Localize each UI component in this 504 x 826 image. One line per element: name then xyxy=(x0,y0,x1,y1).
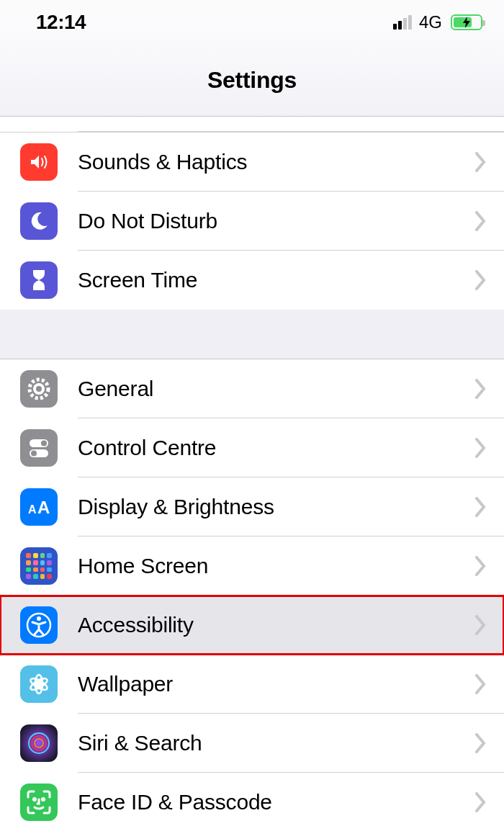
network-type: 4G xyxy=(419,12,442,32)
svg-text:A: A xyxy=(37,498,50,517)
partial-row xyxy=(0,117,504,133)
chevron-right-icon xyxy=(475,211,487,231)
status-time: 12:14 xyxy=(36,11,86,34)
svg-point-3 xyxy=(41,441,47,446)
status-indicators: 4G xyxy=(393,12,482,32)
face-icon xyxy=(20,784,58,821)
svg-point-16 xyxy=(35,739,43,748)
status-bar: 12:14 4G xyxy=(0,0,504,45)
settings-item-general[interactable]: General xyxy=(0,359,504,418)
settings-item-siri[interactable]: Siri & Search xyxy=(0,714,504,773)
settings-item-home-screen[interactable]: Home Screen xyxy=(0,537,504,596)
settings-item-display[interactable]: A A Display & Brightness xyxy=(0,477,504,537)
settings-item-wallpaper[interactable]: Wallpaper xyxy=(0,655,504,714)
settings-item-accessibility[interactable]: Accessibility xyxy=(0,596,504,655)
row-label: Screen Time xyxy=(78,268,475,292)
row-label: Accessibility xyxy=(78,613,475,637)
svg-point-17 xyxy=(34,799,36,801)
chevron-right-icon xyxy=(475,792,487,812)
row-label: Face ID & Passcode xyxy=(78,790,475,814)
chevron-right-icon xyxy=(475,497,487,517)
row-label: Siri & Search xyxy=(78,731,475,755)
siri-icon xyxy=(20,724,58,762)
moon-icon xyxy=(20,202,58,240)
navigation-header: Settings xyxy=(0,45,504,117)
row-label: Control Centre xyxy=(78,436,475,460)
row-label: Sounds & Haptics xyxy=(78,150,475,174)
page-title: Settings xyxy=(207,67,297,94)
settings-item-dnd[interactable]: Do Not Disturb xyxy=(0,192,504,251)
gear-icon xyxy=(20,370,58,408)
row-label: Home Screen xyxy=(78,554,475,578)
settings-item-screentime[interactable]: Screen Time xyxy=(0,251,504,310)
chevron-right-icon xyxy=(475,615,487,635)
toggle-icon xyxy=(20,429,58,467)
chevron-right-icon xyxy=(475,438,487,458)
settings-section-2: General Control Centre A A Display & Bri xyxy=(0,359,504,826)
svg-text:A: A xyxy=(28,503,37,516)
svg-point-13 xyxy=(37,682,41,686)
row-label: Display & Brightness xyxy=(78,495,475,519)
section-separator xyxy=(0,310,504,359)
text-size-icon: A A xyxy=(20,488,58,526)
grid-icon xyxy=(20,547,58,585)
chevron-right-icon xyxy=(475,674,487,694)
chevron-right-icon xyxy=(475,270,487,290)
settings-item-sounds[interactable]: Sounds & Haptics xyxy=(0,133,504,192)
svg-point-18 xyxy=(42,799,45,801)
chevron-right-icon xyxy=(475,152,487,172)
settings-item-control-centre[interactable]: Control Centre xyxy=(0,418,504,477)
flower-icon xyxy=(20,665,58,703)
settings-item-faceid[interactable]: Face ID & Passcode xyxy=(0,773,504,826)
chevron-right-icon xyxy=(475,556,487,576)
accessibility-icon xyxy=(20,606,58,644)
sounds-icon xyxy=(20,143,58,181)
svg-point-9 xyxy=(37,616,41,621)
settings-section-1: Sounds & Haptics Do Not Disturb Screen T… xyxy=(0,117,504,310)
chevron-right-icon xyxy=(475,379,487,399)
battery-icon xyxy=(451,14,482,30)
svg-point-5 xyxy=(31,451,37,457)
svg-point-0 xyxy=(30,380,48,398)
row-label: Do Not Disturb xyxy=(78,209,475,233)
row-label: Wallpaper xyxy=(78,672,475,696)
svg-point-1 xyxy=(35,385,43,393)
row-label: General xyxy=(78,377,475,401)
chevron-right-icon xyxy=(475,733,487,753)
cellular-signal-icon xyxy=(393,15,412,30)
hourglass-icon xyxy=(20,261,58,299)
